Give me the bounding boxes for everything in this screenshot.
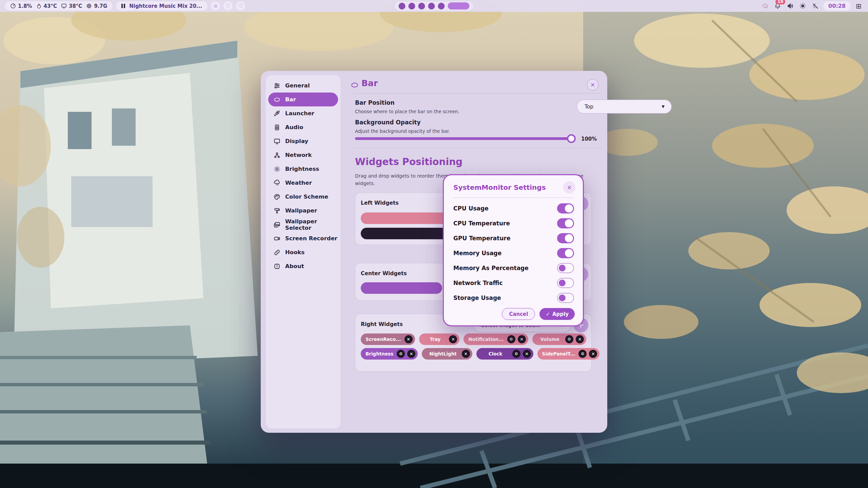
section-label: Center Widgets [361,270,407,277]
sidebar-item-audio[interactable]: Audio [268,120,338,134]
widget-chip[interactable]: ScreenReco... × [361,333,415,345]
close-icon[interactable]: × [563,181,575,194]
workspace-dot[interactable] [438,3,445,9]
memory-as-percentage-toggle[interactable] [557,263,574,273]
sidebar-item-launcher[interactable]: Launcher [268,106,338,120]
link-icon [274,249,280,256]
remove-icon[interactable]: × [589,350,597,358]
divider [453,198,573,198]
widget-chip[interactable]: Volume ⚙ × [532,333,586,345]
gpu-temperature-toggle[interactable] [557,233,574,243]
remove-icon[interactable]: × [407,350,415,358]
clock[interactable]: 00:28 [823,1,851,11]
widget-chip[interactable]: Brightness ⚙ × [361,348,418,360]
widgets-positioning-title: Widgets Positioning [355,156,462,167]
brightness-sun-icon[interactable] [798,1,807,11]
sidebar-item-hooks[interactable]: Hooks [268,245,338,259]
monitor-icon [274,138,280,145]
widget-chip[interactable]: NightLight × [422,348,472,360]
sun-icon [274,166,280,172]
remove-icon[interactable]: × [462,350,470,358]
remove-icon[interactable]: × [518,335,526,343]
flame-icon [36,3,42,9]
remove-icon[interactable]: × [523,350,531,358]
gallery-icon [274,221,280,228]
skull-icon[interactable]: ☠ [211,1,220,11]
heart-icon[interactable]: ♡ [236,1,245,11]
top-bar: 1.8% 43°C 38°C 9.7G Nightcore Music Mix … [0,0,868,12]
workspace-dot[interactable] [428,3,435,9]
widget-chip[interactable]: Notification... ⚙ × [463,333,528,345]
settings-main: Bar × Bar Position Choose where to place… [340,71,607,433]
memory-usage-toggle[interactable] [557,248,574,258]
toggle-row-storage-usage: Storage Usage [453,290,574,305]
nightlight-moon-off-icon[interactable]: ☾ [811,1,820,11]
notifications-bell-icon[interactable]: 10 [773,1,782,11]
workspace-dot[interactable] [399,3,406,9]
background-opacity-label: Background Opacity [355,119,421,126]
pause-icon[interactable] [121,4,125,8]
chip-icon [86,3,92,9]
workspace-dot[interactable] [409,3,415,9]
toggle-row-cpu-usage: CPU Usage [453,201,574,216]
weather-icon[interactable] [761,1,770,11]
remove-icon[interactable]: × [449,335,457,343]
sidebar-item-wallpaper[interactable]: Wallpaper [268,204,338,218]
opacity-slider-knob[interactable] [567,134,576,143]
cpu-usage-toggle[interactable] [557,203,574,214]
sidebar-item-wallpaper-selector[interactable]: Wallpaper Selector [268,218,338,231]
speaker-icon[interactable] [786,1,795,11]
sidebar-item-general[interactable]: General [268,79,338,93]
gear-icon[interactable]: ⚙ [565,335,573,343]
sidebar-item-display[interactable]: Display [268,134,338,148]
heart-icon[interactable]: ♡ [223,1,233,11]
check-icon: ✓ [546,311,550,317]
storage-usage-toggle[interactable] [557,293,574,303]
sidebar-item-color-scheme[interactable]: Color Scheme [268,190,338,204]
sidebar-item-screen-recorder[interactable]: Screen Recorder [268,231,338,245]
gear-icon[interactable]: ⚙ [397,350,405,358]
bar-position-dropdown[interactable]: Top ▼ [577,100,672,114]
remove-icon[interactable]: × [576,335,584,343]
cpu-usage-stat: 1.8% [10,3,32,9]
cpu-temperature-toggle[interactable] [557,218,574,228]
sidebar-item-bar[interactable]: Bar [268,93,338,106]
workspace-active-pill[interactable] [448,2,470,9]
opacity-value: 100% [581,136,597,142]
toggle-row-gpu-temperature: GPU Temperature [453,231,574,246]
modal-title: SystemMonitor Settings [453,183,546,191]
gear-icon[interactable]: ⚙ [507,335,515,343]
gear-icon[interactable]: ⚙ [578,350,587,358]
remove-icon[interactable]: × [405,335,413,343]
bar-position-label: Bar Position [355,99,395,106]
sidebar-item-weather[interactable]: Weather [268,176,338,190]
toggle-row-cpu-temperature: CPU Temperature [453,216,574,231]
media-title: Nightcore Music Mix 20... [129,3,202,9]
network-traffic-toggle[interactable] [557,278,574,288]
sidebar-item-about[interactable]: About [268,259,338,273]
gauge-icon [10,3,16,9]
widget-chip[interactable] [361,282,442,294]
close-icon[interactable]: × [587,79,598,90]
apply-button[interactable]: ✓ Apply [539,308,575,320]
toggle-row-memory-as-percentage: Memory As Percentage [453,261,574,276]
widget-chip[interactable]: Clock ⚙ × [476,348,533,360]
cancel-button[interactable]: Cancel [502,308,535,320]
notification-count-badge: 10 [775,0,785,4]
sidebar-item-brightness[interactable]: Brightness [268,162,338,176]
desktop: 1.8% 43°C 38°C 9.7G Nightcore Music Mix … [0,0,868,488]
bar-pill-icon [351,81,359,90]
widget-chip[interactable]: Tray × [419,333,460,345]
widget-chip[interactable]: SidePanelT... ⚙ × [537,348,600,360]
gear-icon[interactable]: ⚙ [512,350,520,358]
opacity-slider[interactable] [355,137,574,140]
grid-plus-icon[interactable]: ⊞ [854,1,863,11]
background-opacity-description: Adjust the background opacity of the bar… [355,128,450,134]
system-stats-pill: 1.8% 43°C 38°C 9.7G [5,1,113,11]
sidebar-item-network[interactable]: Network [268,148,338,162]
media-player-pill[interactable]: Nightcore Music Mix 20... [116,1,208,11]
monitor-icon [61,3,67,9]
section-label: Left Widgets [361,200,399,206]
info-icon [274,263,280,270]
workspace-dot[interactable] [418,3,425,9]
